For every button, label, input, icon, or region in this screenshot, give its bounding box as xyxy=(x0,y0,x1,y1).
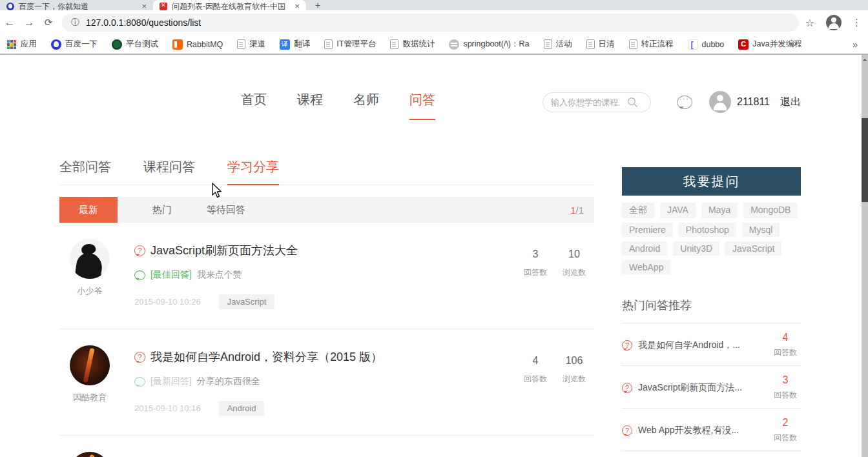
bookmark-star-icon[interactable]: ☆ xyxy=(805,17,814,29)
nav-home[interactable]: 首页 xyxy=(241,91,267,120)
tab-title: 问题列表-因酷在线教育软件-中国 xyxy=(172,1,290,11)
bookmark-it-platform[interactable]: IT管理平台 xyxy=(324,39,376,50)
new-tab-button[interactable]: + xyxy=(311,0,324,10)
page-icon xyxy=(586,39,595,49)
question-list-column: 全部问答 课程问答 学习分享 最新 热门 等待回答 1/1 小少爷 xyxy=(59,158,594,457)
search-icon[interactable] xyxy=(627,97,638,108)
tag-unity3d[interactable]: Unity3D xyxy=(673,241,719,256)
tag-mongodb[interactable]: MongoDB xyxy=(743,203,798,218)
dubbo-icon xyxy=(688,39,698,50)
question-stats: 4回答数 106浏览数 xyxy=(523,345,586,416)
answer-excerpt: 分享的东西很全 xyxy=(197,376,260,387)
bookmark-translate[interactable]: 翻译 xyxy=(280,39,310,50)
question-item: 小少爷 ? JavaScript刷新页面方法大全 [最佳回答] 我来点个赞 xyxy=(59,223,594,329)
address-bar[interactable]: ⓘ 127.0.0.1:8080/questions/list xyxy=(62,14,799,32)
bookmark-data-stats[interactable]: 数据统计 xyxy=(390,39,435,50)
question-tag[interactable]: JavaScript xyxy=(219,294,275,309)
page-icon xyxy=(544,39,552,49)
browser-profile-icon[interactable] xyxy=(826,15,842,30)
filter-newest-button[interactable]: 最新 xyxy=(59,197,118,223)
page-icon xyxy=(629,39,637,49)
search-input[interactable] xyxy=(551,97,627,107)
tag-android[interactable]: Android xyxy=(622,241,667,256)
tab-close-icon[interactable]: × xyxy=(141,1,147,10)
answer-excerpt: 我来点个赞 xyxy=(197,269,242,281)
nav-courses[interactable]: 课程 xyxy=(297,91,323,120)
screen: 百度一下，你就知道 × 问题列表-因酷在线教育软件-中国 × + ← → ⟳ ⓘ… xyxy=(0,0,868,457)
course-search-box[interactable] xyxy=(542,92,651,112)
best-answer-badge: [最佳回答] xyxy=(150,269,192,281)
bookmark-rabbitmq[interactable]: RabbitMQ xyxy=(172,39,223,50)
mouse-cursor xyxy=(212,183,223,199)
author-avatar[interactable] xyxy=(70,345,110,385)
tag-all[interactable]: 全部 xyxy=(622,203,654,218)
user-avatar[interactable] xyxy=(709,91,731,113)
question-bubble-icon: ? xyxy=(622,383,632,393)
bookmark-process[interactable]: 转正流程 xyxy=(629,39,674,50)
tag-javascript[interactable]: JavaScript xyxy=(725,241,781,256)
author-avatar[interactable] xyxy=(70,452,110,457)
hot-qa-item[interactable]: ?我是如何自学Android，... 4回答数 xyxy=(622,323,801,366)
scrollbar-thumb[interactable] xyxy=(862,118,868,202)
tab-course-questions[interactable]: 课程问答 xyxy=(143,158,195,185)
filter-awaiting-answer[interactable]: 等待回答 xyxy=(207,204,245,216)
tag-webapp[interactable]: WebApp xyxy=(622,260,670,274)
hot-qa-item[interactable]: ?Premiere视频教学视频,... 1回答数 xyxy=(622,451,801,457)
refresh-button[interactable]: ⟳ xyxy=(39,17,58,28)
green-site-icon xyxy=(112,39,122,50)
inxedu-favicon-icon xyxy=(160,3,167,10)
question-bubble-icon: ? xyxy=(134,245,145,256)
question-date: 2015-09-10 10:26 xyxy=(134,297,201,307)
question-main: ? 我是如何自学Android，资料分享（2015 版） [最新回答] 分享的东… xyxy=(134,345,523,416)
page-total: 1 xyxy=(579,205,584,216)
baidu-icon xyxy=(51,39,61,50)
back-button[interactable]: ← xyxy=(0,16,19,29)
bookmark-platform-test[interactable]: 平台测试 xyxy=(112,39,158,50)
bookmark-daily[interactable]: 日清 xyxy=(586,39,615,50)
nav-qa[interactable]: 问答 xyxy=(409,91,435,120)
site-header: 首页 课程 名师 问答 211811 退出 xyxy=(0,55,868,137)
author-avatar[interactable] xyxy=(70,239,110,279)
bookmark-springboot[interactable]: springboot(/\)：Ra xyxy=(449,39,529,50)
bookmarks-overflow-chevron-icon[interactable]: » xyxy=(852,39,862,50)
tab-title: 百度一下，你就知道 xyxy=(19,1,137,11)
tag-java[interactable]: JAVA xyxy=(660,203,696,218)
logout-link[interactable]: 退出 xyxy=(780,96,801,109)
messages-icon[interactable] xyxy=(677,96,692,109)
question-bubble-icon: ? xyxy=(134,352,145,363)
tab-learning-share[interactable]: 学习分享 xyxy=(227,158,279,185)
tag-photoshop[interactable]: Photoshop xyxy=(679,223,736,237)
question-title[interactable]: JavaScript刷新页面方法大全 xyxy=(150,243,298,258)
bookmark-apps[interactable]: 应用 xyxy=(6,39,37,50)
tab-all-questions[interactable]: 全部问答 xyxy=(59,158,111,185)
tag-mysql[interactable]: Mysql xyxy=(742,223,780,237)
site-info-icon[interactable]: ⓘ xyxy=(71,17,79,28)
question-title[interactable]: 我是如何自学Android，资料分享（2015 版） xyxy=(150,349,382,365)
java-book-icon xyxy=(738,39,749,50)
bookmark-activity[interactable]: 活动 xyxy=(544,39,572,50)
bookmark-dubbo[interactable]: dubbo xyxy=(688,39,725,50)
forward-button[interactable]: → xyxy=(19,16,39,29)
filter-hot[interactable]: 热门 xyxy=(152,204,172,216)
browser-menu-icon[interactable]: ⋮ xyxy=(852,17,862,28)
page-scrollbar[interactable] xyxy=(862,55,868,457)
nav-teachers[interactable]: 名师 xyxy=(353,91,379,120)
question-tag[interactable]: Android xyxy=(219,401,265,416)
scrollbar-up-arrow-icon[interactable] xyxy=(863,57,867,61)
sidebar: 我要提问 全部 JAVA Maya MongoDB Premiere Photo… xyxy=(622,158,801,457)
hot-qa-item[interactable]: ?JavaScript刷新页面方法... 3回答数 xyxy=(622,366,801,409)
bookmark-baidu[interactable]: 百度一下 xyxy=(51,39,98,50)
tag-premiere[interactable]: Premiere xyxy=(622,223,673,237)
url-text[interactable]: 127.0.0.1:8080/questions/list xyxy=(86,17,201,28)
question-date: 2015-09-10 10:16 xyxy=(134,403,201,413)
bookmark-channel[interactable]: 渠道 xyxy=(237,39,265,50)
tab-close-icon[interactable]: × xyxy=(294,1,300,10)
hot-qa-item[interactable]: ?Web App开发教程,有没... 2回答数 xyxy=(622,409,801,451)
browser-tab-questions[interactable]: 问题列表-因酷在线教育软件-中国 × xyxy=(153,0,306,10)
tag-maya[interactable]: Maya xyxy=(701,203,738,218)
username[interactable]: 211811 xyxy=(737,96,770,108)
rabbitmq-icon xyxy=(172,39,183,50)
browser-tab-baidu[interactable]: 百度一下，你就知道 × xyxy=(0,0,153,10)
bookmark-java-concurrency[interactable]: Java并发编程 xyxy=(738,39,801,50)
ask-question-button[interactable]: 我要提问 xyxy=(622,167,801,196)
